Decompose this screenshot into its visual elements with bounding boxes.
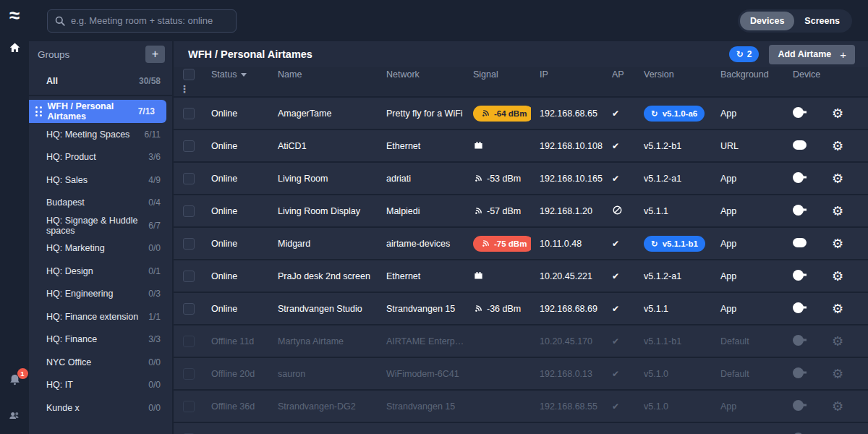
table-row-living-room[interactable]: OnlineLiving Roomadriati-53 dBm192.168.1… [174, 163, 868, 195]
drag-handle-icon[interactable] [35, 106, 42, 116]
row-checkbox[interactable] [183, 173, 195, 184]
device-name[interactable]: Midgard [269, 239, 378, 249]
table-row-strandvangen-dg2[interactable]: Offline 36dStrandvangen-DG2Strandvangen … [174, 391, 868, 423]
group-name: All [46, 76, 58, 86]
team-icon[interactable] [8, 409, 22, 424]
search-input[interactable] [47, 9, 237, 33]
airtame-device-icon [793, 367, 804, 378]
group-item-nyc-office[interactable]: NYC Office0/0 [29, 351, 172, 374]
airtame-device-icon [793, 205, 804, 216]
table-row-strandvangen-studio[interactable]: OnlineStrandvangen StudioStrandvangen 15… [174, 293, 868, 326]
sort-desc-icon [241, 73, 247, 77]
group-count: 0/0 [148, 380, 161, 390]
settings-gear-icon[interactable]: ⚙ [832, 270, 843, 283]
notifications-icon[interactable]: 1 [8, 373, 22, 389]
group-item-hq-meeting-spaces[interactable]: HQ: Meeting Spaces6/11 [29, 123, 172, 146]
table-row-living-room-display[interactable]: OnlineLiving Room DisplayMalpiedi-57 dBm… [174, 195, 868, 228]
row-checkbox[interactable] [183, 205, 195, 217]
column-header-ap[interactable]: AP [603, 69, 635, 80]
row-checkbox[interactable] [183, 271, 195, 282]
column-header-signal[interactable]: Signal [464, 69, 531, 80]
table-row-midgard[interactable]: OnlineMidgardairtame-devices-75 dBm10.11… [174, 228, 868, 260]
right-pane: Devices Screens Groups + All30/58WFH / P… [29, 0, 868, 434]
group-item-kunde-x[interactable]: Kunde x0/0 [29, 396, 172, 420]
wifi-icon [480, 109, 490, 119]
group-item-hq-it[interactable]: HQ: IT0/0 [29, 374, 172, 397]
row-checkbox[interactable] [183, 303, 195, 315]
background-cell: App [712, 239, 784, 249]
group-item-budapest[interactable]: Budapest0/4 [29, 192, 172, 215]
version-cell: v5.1.1 [635, 304, 712, 314]
settings-gear-icon[interactable]: ⚙ [832, 400, 843, 413]
toggle-screens[interactable]: Screens [794, 12, 850, 30]
device-name[interactable]: Living Room [269, 174, 378, 184]
groups-panel: Groups + All30/58WFH / Personal Airtames… [29, 41, 174, 434]
add-group-button[interactable]: + [145, 46, 165, 63]
group-item-hq-finance-extension[interactable]: HQ: Finance extension1/1 [29, 305, 172, 328]
network-cell: Malpiedi [378, 206, 464, 216]
row-checkbox[interactable] [183, 108, 195, 119]
group-count: 6/7 [148, 221, 161, 231]
column-header-name[interactable]: Name [269, 69, 378, 80]
status-cell: Online [203, 206, 269, 216]
table-row[interactable]: ⚙ [174, 423, 868, 434]
group-item-hq-design[interactable]: HQ: Design0/1 [29, 260, 172, 283]
row-checkbox[interactable] [183, 368, 195, 380]
group-item-wfh-personal-airtames[interactable]: WFH / Personal Airtames7/13 [29, 100, 166, 123]
column-header-network[interactable]: Network [378, 69, 464, 80]
column-header-version[interactable]: Version [635, 69, 712, 80]
device-name[interactable]: AtiCD1 [269, 141, 378, 151]
group-item-hq-finance[interactable]: HQ: Finance3/3 [29, 328, 172, 352]
column-header-status[interactable]: Status [203, 69, 269, 80]
column-header-ip[interactable]: IP [531, 69, 603, 80]
row-checkbox[interactable] [183, 238, 195, 250]
group-item-hq-sales[interactable]: HQ: Sales4/9 [29, 169, 172, 192]
group-name: Budapest [46, 197, 85, 208]
add-airtame-button[interactable]: Add Airtame + [769, 45, 855, 64]
device-name[interactable]: Strandvangen Studio [269, 304, 378, 314]
network-cell: Pretty fly for a WiFi [378, 109, 464, 119]
device-name[interactable]: PraJo desk 2nd screen [269, 271, 378, 281]
version-update-badge[interactable]: ↻v5.1.0-a6 [644, 106, 705, 122]
table-row-prajo-desk-2nd-screen[interactable]: OnlinePraJo desk 2nd screenEthernet10.20… [174, 260, 868, 293]
device-name[interactable]: Strandvangen-DG2 [269, 401, 378, 412]
version-update-badge[interactable]: ↻v5.1.1-b1 [644, 236, 705, 252]
group-item-hq-signage-huddle-spaces[interactable]: HQ: Signage & Huddle spaces6/7 [29, 214, 172, 237]
settings-gear-icon[interactable]: ⚙ [832, 107, 843, 120]
group-item-all[interactable]: All30/58 [29, 67, 172, 96]
header-actions: ↻ 2 Add Airtame + [729, 45, 855, 64]
home-icon[interactable] [9, 42, 21, 56]
kebab-menu-icon[interactable]: ⋮ [179, 83, 190, 95]
toggle-devices[interactable]: Devices [740, 12, 794, 30]
row-checkbox[interactable] [183, 401, 195, 412]
table-row-sauron[interactable]: Offline 20dsauronWiFimodem-6C41192.168.0… [174, 358, 868, 391]
row-checkbox[interactable] [183, 140, 195, 152]
device-name[interactable]: Living Room Display [269, 206, 378, 216]
column-header-device[interactable]: Device [784, 69, 826, 80]
settings-gear-icon[interactable]: ⚙ [832, 367, 843, 380]
airtame-cloud-app: ≈ 1 Devices Screens [0, 0, 868, 434]
settings-gear-icon[interactable]: ⚙ [832, 205, 843, 218]
settings-gear-icon[interactable]: ⚙ [832, 172, 843, 185]
row-checkbox[interactable] [183, 336, 195, 347]
device-name[interactable]: sauron [269, 369, 378, 379]
view-toggle: Devices Screens [738, 9, 852, 33]
group-item-hq-engineering[interactable]: HQ: Engineering0/3 [29, 283, 172, 306]
column-header-background[interactable]: Background [712, 69, 784, 80]
updates-available-badge[interactable]: ↻ 2 [729, 46, 760, 62]
table-row-amagertame[interactable]: OnlineAmagerTamePretty fly for a WiFi-64… [174, 98, 868, 130]
select-all-checkbox[interactable] [183, 69, 195, 80]
device-name[interactable]: Martyna Airtame [269, 336, 378, 346]
settings-gear-icon[interactable]: ⚙ [832, 237, 843, 250]
airtame-logo-icon[interactable]: ≈ [9, 6, 20, 25]
settings-gear-icon[interactable]: ⚙ [832, 302, 843, 315]
group-item-hq-marketing[interactable]: HQ: Marketing0/0 [29, 237, 172, 260]
table-row-martyna-airtame[interactable]: Offline 11dMartyna AirtameAIRTAME Enterp… [174, 326, 868, 358]
group-item-hq-product[interactable]: HQ: Product3/6 [29, 146, 172, 169]
settings-gear-icon[interactable]: ⚙ [832, 140, 843, 153]
content-area: Groups + All30/58WFH / Personal Airtames… [29, 41, 868, 434]
device-name[interactable]: AmagerTame [269, 109, 378, 119]
table-row-aticd1[interactable]: OnlineAtiCD1Ethernet192.168.10.108✔v5.1.… [174, 130, 868, 163]
notification-count-badge: 1 [17, 368, 28, 379]
settings-gear-icon[interactable]: ⚙ [832, 335, 843, 348]
